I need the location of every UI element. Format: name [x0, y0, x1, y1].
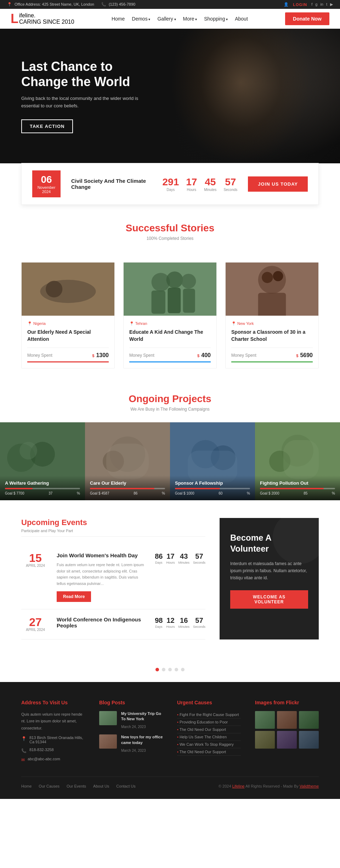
story-location-1: Nigeria [27, 321, 109, 326]
nav-about[interactable]: About [235, 16, 248, 22]
blog-image-1 [99, 711, 117, 725]
footer-link-home[interactable]: Home [21, 784, 32, 788]
footer-link-causes[interactable]: Our Causes [39, 784, 60, 788]
volunteer-desc: Interdum et malesuada fames ac ante ipsu… [230, 560, 308, 582]
footer-copyright: © 2024 Lifeline All Rights Reserved - Ma… [219, 784, 319, 788]
story-image-2 [124, 263, 216, 316]
event-item-1: 15 APRIL 2024 Join World Women's Health … [21, 545, 205, 609]
blog-item-1: My University Trip Go To New York March … [99, 711, 163, 730]
nav-more[interactable]: More [183, 16, 197, 22]
blog-item-2: New toys for my office came today March … [99, 734, 163, 753]
story-image-3 [226, 263, 318, 316]
project-item-4: Fighting Pollution Out Goal $ 2000 85% [255, 422, 340, 500]
event-title-2: World Conference On Indigenous Peoples [57, 616, 148, 629]
footer-link-about[interactable]: About Us [93, 784, 109, 788]
nav-home[interactable]: Home [112, 16, 125, 22]
dot-2[interactable] [162, 668, 165, 671]
story-money-label-1: Money Spent [27, 353, 52, 358]
projects-strip: A Welfare Gathering Goal $ 7700 37% Care… [0, 422, 340, 500]
event-desc-1: Fuis autem velum iure repre hede nt. Lor… [57, 562, 148, 587]
dot-5[interactable] [181, 668, 185, 671]
event-title: Civil Society And The Climate Change [71, 178, 152, 190]
cause-4: Help Us Save The Children [177, 733, 241, 741]
take-action-button[interactable]: TAKE ACTION [21, 119, 73, 133]
project-name-4: Fighting Pollution Out [260, 480, 335, 486]
flickr-img-6 [299, 731, 319, 749]
nav-shopping[interactable]: Shopping [204, 16, 228, 22]
story-location-2: Tehran [129, 321, 211, 326]
story-title-1: Our Elderly Need A Special Attention [27, 329, 109, 343]
footer-bottom-links: Home Our Causes Our Events About Us Cont… [21, 784, 136, 788]
events-left: Upcoming Events Participate and Play You… [21, 518, 205, 639]
volunteer-box: Become A Volunteer Interdum et malesuada… [220, 518, 319, 639]
nav-gallery[interactable]: Gallery [157, 16, 176, 22]
youtube-icon[interactable]: ▶ [330, 2, 333, 7]
footer-causes-col: Urgent Causes Fight For the Right Cause … [177, 700, 241, 762]
countdown-bar: 06 November 2024 Civil Society And The C… [21, 163, 319, 205]
project-item-2: Care Our Elderly Goal $ 4587 86% [85, 422, 170, 500]
stories-grid: Nigeria Our Elderly Need A Special Atten… [21, 262, 319, 368]
footer-link-events[interactable]: Our Events [67, 784, 86, 788]
facebook-icon[interactable]: f [311, 2, 312, 7]
volunteer-button[interactable]: WELCOME AS VOLUNTEER [230, 590, 308, 609]
logo: L ifeline. CARING SINCE 2010 [11, 12, 74, 25]
footer-link-contact[interactable]: Contact Us [116, 784, 135, 788]
hero-title: Last Chance to Change the World [21, 59, 156, 89]
email-icon: ✉ [21, 757, 25, 762]
story-card-3: New York Sponsor a Classroom of 30 in a … [225, 262, 319, 368]
flickr-img-3 [299, 711, 319, 729]
nav-links: Home Demos Gallery More Shopping About [112, 16, 248, 22]
flickr-img-5 [277, 731, 297, 749]
linkedin-icon[interactable]: in [320, 2, 323, 7]
blog-image-2 [99, 734, 117, 749]
footer-images-col: Images from Flickr [255, 700, 319, 762]
footer-bottom: Home Our Causes Our Events About Us Cont… [21, 777, 319, 788]
project-name-1: A Welfare Gathering [5, 480, 80, 486]
project-progress-1 [5, 488, 33, 489]
footer-maker-link[interactable]: Validtheme [300, 784, 319, 788]
dot-4[interactable] [175, 668, 178, 671]
join-us-button[interactable]: JOIN US TODAY [248, 176, 308, 192]
footer-address-col: Address To Visit Us Quis autem velum iur… [21, 700, 85, 762]
login-link[interactable]: LOGIN [293, 2, 307, 7]
causes-list: Fight For the Right Cause Support Provid… [177, 711, 241, 756]
svg-point-6 [181, 274, 196, 289]
event-details-1: Join World Women's Health Day Fuis autem… [57, 552, 148, 602]
address-icon: 📍 [21, 736, 27, 741]
svg-point-13 [262, 272, 273, 283]
cause-1: Fight For the Right Cause Support [177, 711, 241, 718]
project-item-1: A Welfare Gathering Goal $ 7700 37% [0, 422, 85, 500]
ongoing-section-title: Ongoing Projects We Are Busy in The Foll… [0, 386, 340, 412]
flickr-img-1 [255, 711, 275, 729]
read-more-button-1[interactable]: Read More [57, 591, 91, 602]
svg-rect-12 [258, 293, 286, 316]
cause-3: The Old Need Our Support [177, 726, 241, 733]
story-title-3: Sponsor a Classroom of 30 in a Charter S… [231, 329, 313, 343]
cause-5: We Can Work To Stop Raggery [177, 741, 241, 748]
cause-2: Providing Education to Poor [177, 718, 241, 726]
svg-point-5 [166, 271, 183, 288]
events-section: Upcoming Events Participate and Play You… [0, 500, 340, 657]
hero-section: Last Chance to Change the World Giving b… [0, 29, 340, 163]
event-details-2: World Conference On Indigenous Peoples [57, 616, 148, 632]
logo-sub-text: CARING SINCE 2010 [19, 19, 74, 25]
dot-3[interactable] [168, 668, 172, 671]
svg-rect-22 [106, 444, 149, 479]
dot-1[interactable] [155, 668, 159, 671]
footer-brand-link[interactable]: Lifeline [232, 784, 245, 788]
twitter-icon[interactable]: t [326, 2, 327, 7]
event-date-2: 27 APRIL 2024 [21, 616, 50, 632]
svg-rect-30 [283, 440, 319, 479]
volunteer-title: Become A Volunteer [230, 532, 308, 554]
svg-rect-9 [183, 289, 195, 313]
cause-6: The Old Need Our Support [177, 748, 241, 756]
address-info: 📍 Office Address: 425 Street Name, UK, L… [7, 2, 94, 7]
google-icon[interactable]: g [315, 2, 317, 7]
navbar: L ifeline. CARING SINCE 2010 Home Demos … [0, 9, 340, 29]
story-card-2: Tehran Educate A Kid And Change The Worl… [123, 262, 217, 368]
flickr-grid [255, 711, 319, 749]
story-image-1 [22, 263, 114, 316]
donate-button[interactable]: Donate Now [285, 12, 329, 25]
nav-demos[interactable]: Demos [132, 16, 150, 22]
flickr-img-4 [255, 731, 275, 749]
